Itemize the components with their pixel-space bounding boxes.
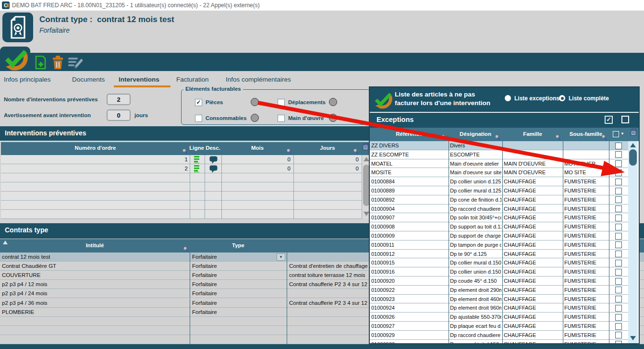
row-checkbox[interactable] xyxy=(615,179,622,185)
row-checkbox[interactable] xyxy=(615,314,622,321)
ref-cell: 01000884 xyxy=(371,179,447,184)
famille-cell: CHAUFFAGE xyxy=(504,197,562,203)
select-all-icon[interactable]: ✓ xyxy=(605,116,613,124)
table-row[interactable]: 01000892Dp cone de finition d.125CHAUFFA… xyxy=(370,195,628,205)
tab-infos-principales[interactable]: Infos principales xyxy=(4,76,51,83)
table-row[interactable] xyxy=(1,201,362,210)
column-header[interactable]: Famille xyxy=(502,131,563,137)
ref-cell: 01000929 xyxy=(371,332,447,338)
table-row[interactable]: 01000916Dp collier union d.150CHAUFFAGEF… xyxy=(370,267,628,277)
consommables-color-button[interactable] xyxy=(251,114,259,122)
table-row[interactable]: 100 xyxy=(1,155,362,164)
table-row[interactable] xyxy=(1,210,362,219)
row-checkbox[interactable] xyxy=(615,205,622,212)
table-row[interactable]: 01000909Dp support de charge d.1CHAUFFAG… xyxy=(370,231,628,241)
table-row[interactable]: 01000924Dp element droit 960mm dCHAUFFAG… xyxy=(370,303,628,313)
scroll-up-arrow[interactable] xyxy=(630,143,636,147)
main-doeuvre-color-button[interactable] xyxy=(329,114,337,122)
row-checkbox[interactable] xyxy=(615,251,622,257)
check-all-caret[interactable]: ▼ xyxy=(620,132,624,136)
table-row[interactable]: 01000884Dp collier union d.125CHAUFFAGEF… xyxy=(370,177,628,186)
type-dropdown-button[interactable]: ▼ xyxy=(277,253,285,261)
scroll-down-arrow[interactable] xyxy=(630,336,636,340)
row-checkbox[interactable] xyxy=(615,188,622,194)
tab-interventions[interactable]: Interventions xyxy=(119,76,159,83)
clear-filter-icon[interactable] xyxy=(362,143,369,151)
interventions-count-input[interactable]: 2 xyxy=(107,94,131,105)
table-row[interactable]: 01000907Dp solin toit 30/45°+colletCHAUF… xyxy=(370,213,628,222)
row-checkbox[interactable] xyxy=(615,215,622,221)
radio-liste-exceptions[interactable] xyxy=(505,95,511,101)
table-row[interactable]: 01000929Dp raccord chaudiere d.1CHAUFFAG… xyxy=(370,331,628,340)
deselect-all-icon[interactable] xyxy=(621,116,629,123)
column-header[interactable]: Numéro d'ordre xyxy=(1,145,190,151)
row-checkbox[interactable] xyxy=(615,169,622,176)
column-header[interactable]: Desc. xyxy=(205,145,221,151)
clear-filter-icon[interactable] xyxy=(630,129,637,137)
table-row[interactable]: 01000923Dp element droit 460mm dCHAUFFAG… xyxy=(370,295,628,304)
table-row[interactable]: ZZ DIVERSDivers xyxy=(370,141,628,150)
row-checkbox[interactable] xyxy=(615,341,622,343)
table-row[interactable]: 01000926Dp ajustable 550-370mm dCHAUFFAG… xyxy=(370,313,628,322)
table-row[interactable]: 01000912Dp te 90° d.125CHAUFFAGEFUMISTER… xyxy=(370,250,628,259)
pieces-color-button[interactable] xyxy=(251,98,259,106)
main-doeuvre-checkbox[interactable] xyxy=(278,115,285,122)
table-row[interactable]: MOSITEMain d'oeuvre sur siteMAIN D'OEUVR… xyxy=(370,168,628,177)
delete-icon[interactable] xyxy=(52,56,64,72)
row-checkbox[interactable] xyxy=(615,160,622,167)
add-document-icon[interactable] xyxy=(35,56,47,72)
table-row[interactable]: 01000889Dp collier mural d.125CHAUFFAGEF… xyxy=(370,186,628,195)
row-checkbox[interactable] xyxy=(615,260,622,266)
warning-days-input[interactable]: 0 xyxy=(107,109,131,121)
row-checkbox[interactable] xyxy=(615,278,622,285)
table-row[interactable] xyxy=(1,192,362,201)
table-row[interactable]: 01000920Dp coude 45° d.150CHAUFFAGEFUMIS… xyxy=(370,277,628,286)
row-checkbox[interactable] xyxy=(615,269,622,276)
column-header[interactable]: Type xyxy=(190,242,287,248)
pieces-checkbox[interactable]: ✓ xyxy=(195,99,202,106)
radio-liste-complete[interactable] xyxy=(559,95,565,101)
column-header[interactable]: Intitulé xyxy=(0,242,190,248)
table-row[interactable]: 01000922Dp element droit 290mm dCHAUFFAG… xyxy=(370,286,628,295)
line-detail-icon[interactable] xyxy=(194,165,200,174)
row-checkbox[interactable] xyxy=(615,296,622,302)
column-header[interactable]: Jours xyxy=(293,145,362,151)
row-checkbox[interactable] xyxy=(615,332,622,338)
column-header[interactable]: Mois xyxy=(221,145,293,151)
line-detail-icon[interactable] xyxy=(194,156,200,165)
table-row[interactable] xyxy=(1,182,362,192)
row-checkbox[interactable] xyxy=(615,233,622,240)
exceptions-scrollbar[interactable] xyxy=(628,141,638,343)
column-header[interactable]: Ligne xyxy=(189,145,205,151)
consommables-checkbox[interactable] xyxy=(195,115,202,122)
check-all-header-checkbox[interactable] xyxy=(613,131,619,137)
table-row[interactable]: 200 xyxy=(1,164,362,173)
table-row[interactable]: 01000915Dp collier mural d.150CHAUFFAGEF… xyxy=(370,258,628,267)
deplacements-checkbox[interactable] xyxy=(278,99,285,106)
tab-documents[interactable]: Documents xyxy=(72,76,105,83)
tab-facturation[interactable]: Facturation xyxy=(176,76,209,83)
row-checkbox[interactable] xyxy=(615,143,622,149)
table-row[interactable]: ZZ ESCOMPTEESCOMPTE xyxy=(370,150,628,159)
table-row[interactable]: 01000911Dp tampon de purge d.125CHAUFFAG… xyxy=(370,241,628,250)
table-row[interactable]: 01000904Dp raccord chaudiere d.1CHAUFFAG… xyxy=(370,205,628,214)
ref-cell: 01000922 xyxy=(371,287,447,293)
row-checkbox[interactable] xyxy=(615,287,622,293)
table-row[interactable]: 01000908Dp support au toit d.125CHAUFFAG… xyxy=(370,222,628,231)
row-checkbox[interactable] xyxy=(615,241,622,248)
edit-notes-icon[interactable] xyxy=(68,57,85,71)
column-header[interactable]: Référence xyxy=(370,131,449,137)
row-checkbox[interactable] xyxy=(615,151,622,158)
table-row[interactable] xyxy=(1,173,362,182)
row-checkbox[interactable] xyxy=(615,196,622,203)
table-row[interactable]: 01000933Dp raccord toit d.150CHAUFFAGEFU… xyxy=(370,340,628,343)
row-checkbox[interactable] xyxy=(615,224,622,230)
row-checkbox[interactable] xyxy=(615,305,622,312)
scrollbar-thumb[interactable] xyxy=(629,149,637,166)
deplacements-color-button[interactable] xyxy=(329,98,337,106)
validate-back-icon[interactable] xyxy=(3,48,28,72)
table-row[interactable]: 01000927Dp plaque ecart feu d.150CHAUFFA… xyxy=(370,322,628,331)
tab-infos-complementaires[interactable]: Infos complémentaires xyxy=(226,76,291,83)
row-checkbox[interactable] xyxy=(615,323,622,330)
table-row[interactable]: MOATELMain d'oeuvre atelierMAIN D'OEUVRE… xyxy=(370,159,628,168)
